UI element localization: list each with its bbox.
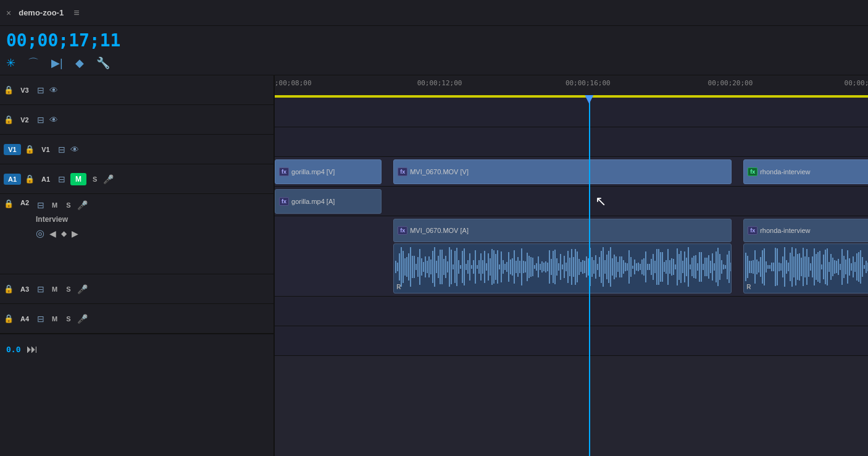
toolbar-area: 00;00;17;11 ✳ ⌒ ▶| ◆ 🔧: [0, 26, 868, 75]
arrow-right-a2[interactable]: ▶: [72, 229, 78, 239]
fx-badge-v1-rhonda: fx: [748, 167, 757, 176]
top-bar: × demo-zoo-1 ≡: [0, 0, 868, 26]
fx-badge-a2-mvi-top: fx: [398, 226, 407, 235]
clip-label-a1-gorilla: gorilla.mp4 [A]: [291, 198, 335, 205]
eye-icon-v3[interactable]: 👁: [49, 85, 58, 95]
diamond-btn-a2[interactable]: ◆: [61, 229, 67, 238]
lock-icon-v3[interactable]: 🔒: [4, 85, 14, 95]
film-icon-v2[interactable]: ⊟: [36, 114, 46, 126]
project-title: demo-zoo-1: [19, 8, 64, 17]
clip-label-v1-mvi: MVI_0670.MOV [V]: [410, 168, 469, 175]
ruler-ticks: ;00;08;00 00;00;12;00 00;00;16;00 00;00;…: [275, 75, 868, 96]
tracks-content: fx gorilla.mp4 [V] fx MVI_0670.MOV [V] f…: [275, 98, 868, 456]
track-row-v2: 🔒 V2 ⊟ 👁: [0, 105, 273, 135]
mute-btn-a4[interactable]: M: [49, 314, 60, 324]
a2-top-row: ⊟ M S 🎤: [36, 199, 270, 215]
a2-extra: ⊟ M S 🎤 Interview ◎ ◀ ◆ ▶: [36, 199, 270, 239]
arrow-left-a2[interactable]: ◀: [49, 229, 56, 239]
waveform-bars-a2-mvi: [394, 243, 731, 292]
tool-magnet[interactable]: ✳: [6, 56, 15, 70]
clip-label-v1-rhonda: rhonda-interview: [760, 168, 810, 175]
ruler-label-1: 00;00;12;00: [417, 79, 462, 87]
timeline-area: ;00;08;00 00;00;12;00 00;00;16;00 00;00;…: [275, 75, 868, 456]
solo-btn-a3[interactable]: S: [64, 284, 73, 294]
r-badge-a2-mvi: R: [396, 284, 401, 290]
track-label-a3: A3: [17, 285, 32, 293]
clip-label-a2-mvi-top: MVI_0670.MOV [A]: [410, 227, 469, 234]
mic-icon-a1[interactable]: 🎤: [103, 174, 114, 184]
mute-btn-a1[interactable]: M: [70, 173, 86, 185]
lock-icon-a3[interactable]: 🔒: [4, 284, 14, 293]
mic-icon-a2[interactable]: 🎤: [77, 200, 88, 210]
tl-row-a2: fx MVI_0670.MOV [A] fx rhonda-interview …: [275, 216, 868, 297]
film-icon-a2[interactable]: ⊟: [36, 199, 46, 211]
solo-btn-a2[interactable]: S: [64, 200, 73, 210]
ruler: ;00;08;00 00;00;12;00 00;00;16;00 00;00;…: [275, 75, 868, 98]
tl-row-v2: [275, 127, 868, 157]
tool-slip[interactable]: ▶|: [51, 56, 63, 70]
track-label-v3: V3: [17, 87, 32, 94]
lock-icon-v2[interactable]: 🔒: [4, 115, 14, 124]
tl-row-v1: fx gorilla.mp4 [V] fx MVI_0670.MOV [V] f…: [275, 157, 868, 187]
ruler-label-3: 00;00;20;00: [708, 79, 753, 87]
clip-a1-gorilla[interactable]: fx gorilla.mp4 [A]: [275, 189, 382, 214]
track-label-v1: V1: [38, 146, 53, 153]
lock-icon-a4[interactable]: 🔒: [4, 314, 14, 323]
clip-v1-mvi[interactable]: fx MVI_0670.MOV [V]: [393, 159, 732, 184]
tool-ripple[interactable]: ⌒: [28, 56, 39, 70]
clip-label-a2-rhonda-top: rhonda-interview: [760, 227, 810, 234]
lock-icon-a2[interactable]: 🔒: [4, 199, 14, 208]
track-row-a1: A1 🔒 A1 ⊟ M S 🎤: [0, 164, 273, 194]
tl-row-v3: [275, 98, 868, 127]
track-headers: 🔒 V3 ⊟ 👁 🔒 V2 ⊟ 👁 V1 🔒 V1 ⊟ 👁 A1 🔒 A1 ⊟ …: [0, 75, 275, 456]
film-icon-a3[interactable]: ⊟: [36, 283, 46, 295]
toolbar: ✳ ⌒ ▶| ◆ 🔧: [6, 56, 862, 70]
eye-icon-v2[interactable]: 👁: [49, 115, 58, 125]
main-area: 🔒 V3 ⊟ 👁 🔒 V2 ⊟ 👁 V1 🔒 V1 ⊟ 👁 A1 🔒 A1 ⊟ …: [0, 75, 868, 456]
clip-v1-gorilla[interactable]: fx gorilla.mp4 [V]: [275, 159, 382, 184]
timecode-display: 00;00;17;11: [6, 30, 862, 51]
track-row-a4: 🔒 A4 ⊟ M S 🎤: [0, 304, 273, 334]
clip-label-v1-gorilla: gorilla.mp4 [V]: [291, 168, 335, 175]
menu-icon[interactable]: ≡: [73, 7, 79, 19]
mic-icon-a4[interactable]: 🎤: [77, 314, 88, 324]
tl-row-a4: [275, 326, 868, 356]
clip-v1-rhonda[interactable]: fx rhonda-interview: [743, 159, 868, 184]
track-label-a1: A1: [38, 175, 53, 183]
tl-row-a1: fx gorilla.mp4 [A]: [275, 187, 868, 216]
clip-a2-mvi-top[interactable]: fx MVI_0670.MOV [A]: [393, 219, 732, 242]
r-badge-a2-rhonda: R: [746, 284, 751, 290]
assign-btn-a1[interactable]: A1: [4, 174, 21, 185]
solo-btn-a4[interactable]: S: [64, 314, 73, 324]
tool-settings[interactable]: 🔧: [96, 56, 110, 70]
mic-icon-a3[interactable]: 🎤: [77, 284, 88, 294]
assign-btn-v1[interactable]: V1: [4, 144, 21, 155]
fx-badge-a2-rhonda-top: fx: [748, 226, 757, 235]
lock-icon-a1[interactable]: 🔒: [25, 174, 35, 184]
track-row-a3: 🔒 A3 ⊟ M S 🎤: [0, 274, 273, 304]
mute-btn-a3[interactable]: M: [49, 284, 60, 294]
a2-name-label: Interview: [36, 215, 68, 224]
track-label-v2: V2: [17, 116, 32, 124]
film-icon-v1[interactable]: ⊟: [57, 143, 67, 156]
waveform-bars-a2-rhonda: [744, 243, 868, 292]
number-display: 0.0: [6, 345, 20, 354]
mute-btn-a2[interactable]: M: [49, 200, 60, 210]
track-row-v1: V1 🔒 V1 ⊟ 👁: [0, 135, 273, 164]
waveform-a2-rhonda: R: [743, 243, 868, 293]
clip-a2-rhonda-top[interactable]: fx rhonda-interview: [743, 219, 868, 242]
tool-marker[interactable]: ◆: [75, 56, 84, 70]
eye-icon-v1[interactable]: 👁: [70, 145, 79, 154]
solo-btn-a1[interactable]: S: [90, 174, 99, 184]
lock-icon-v1[interactable]: 🔒: [25, 145, 35, 154]
tl-row-a3: [275, 297, 868, 326]
track-row-v3: 🔒 V3 ⊟ 👁: [0, 75, 273, 105]
skip-icon[interactable]: ⏭: [27, 343, 38, 356]
fx-badge-v1-gorilla: fx: [279, 167, 289, 176]
film-icon-v3[interactable]: ⊟: [36, 84, 46, 96]
dial-icon-a2[interactable]: ◎: [36, 227, 44, 239]
film-icon-a1[interactable]: ⊟: [57, 173, 67, 185]
close-icon[interactable]: ×: [6, 8, 11, 18]
film-icon-a4[interactable]: ⊟: [36, 313, 46, 325]
fx-badge-a1-gorilla: fx: [279, 197, 289, 206]
